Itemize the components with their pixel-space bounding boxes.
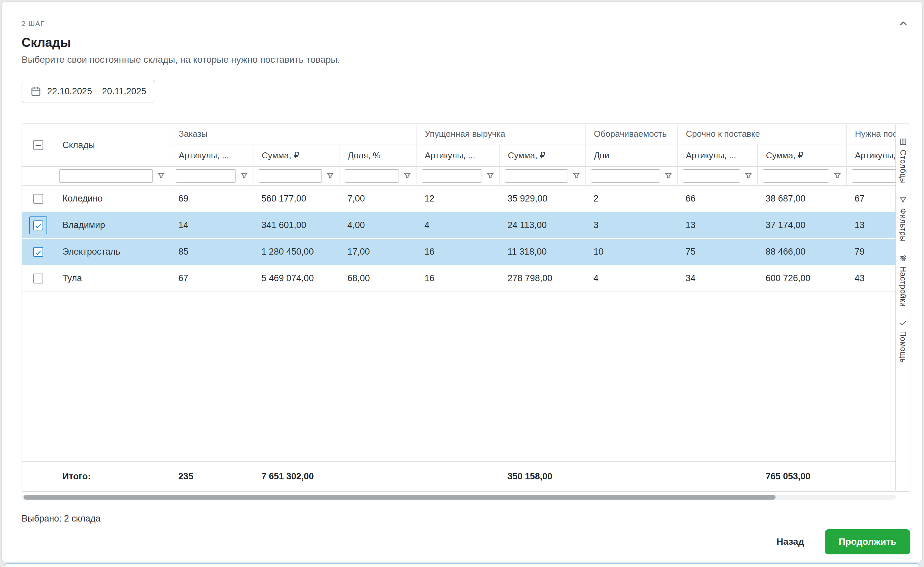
table-row[interactable]: Владимир14341 601,004,00424 113,0031337 …: [22, 212, 895, 238]
cell-value: 5 469 074,00: [253, 265, 339, 291]
indeterminate-mark: [36, 145, 41, 146]
cell-value: 341 601,00: [253, 212, 339, 238]
filter-icon: [899, 196, 907, 204]
filter-input[interactable]: [59, 169, 153, 183]
totals-value: 350 158,00: [499, 462, 585, 491]
filter-input[interactable]: [422, 169, 482, 183]
column-header[interactable]: Сумма, ₽: [499, 144, 585, 166]
horizontal-scrollbar[interactable]: [22, 495, 896, 500]
warehouses-column-header[interactable]: Склады: [54, 124, 170, 166]
cell-value: 13: [677, 212, 757, 238]
cell-value: 24 113,00: [499, 212, 585, 238]
side-tab-filters[interactable]: Фильтры: [896, 190, 910, 248]
side-tab-label: Столбцы: [898, 150, 908, 184]
filter-input[interactable]: [345, 169, 399, 183]
column-header[interactable]: Артикулы, ...: [677, 144, 757, 166]
table-row[interactable]: Электросталь851 280 450,0017,001611 318,…: [22, 238, 895, 265]
collapse-panel-button[interactable]: [898, 18, 910, 30]
date-range-picker[interactable]: 22.10.2025 – 20.11.2025: [22, 80, 155, 103]
column-header[interactable]: Артикулы, ...: [416, 144, 499, 166]
side-tab-label: Настройки: [898, 266, 908, 307]
next-step-panel-edge: [5, 563, 919, 567]
side-tab-label: Помощь: [898, 331, 908, 363]
filter-cell: [253, 166, 339, 185]
totals-value: 765 053,00: [757, 462, 846, 491]
warehouse-name: Тула: [54, 265, 170, 291]
step-panel: 2 ШАГ Склады Выберите свои постоянные ск…: [2, 2, 922, 562]
cell-value: 14: [170, 212, 253, 238]
cell-value: 12: [416, 186, 499, 212]
totals-empty-cell: [22, 462, 54, 491]
row-checkbox-cell: [22, 212, 54, 238]
column-header[interactable]: Артикулы, ...: [846, 144, 895, 166]
filter-input[interactable]: [259, 169, 322, 183]
cell-value: 85: [170, 238, 253, 265]
totals-value: [846, 462, 895, 491]
select-all-cell: [22, 124, 54, 166]
filter-cell: [499, 166, 585, 185]
step-label: 2 ШАГ: [22, 20, 45, 27]
column-header[interactable]: Сумма, ₽: [253, 144, 339, 166]
column-header[interactable]: Сумма, ₽: [757, 144, 846, 166]
filter-funnel-icon[interactable]: [157, 172, 165, 180]
select-all-checkbox[interactable]: [33, 140, 43, 150]
column-group-header: Нужна пост: [846, 124, 895, 144]
row-checkbox-cell: [22, 238, 54, 265]
filter-cell: [585, 166, 677, 185]
row-checkbox[interactable]: [33, 247, 43, 257]
filter-cell: [54, 166, 170, 185]
cell-value: 560 177,00: [253, 186, 339, 212]
column-header[interactable]: Доля, %: [339, 144, 416, 166]
filter-funnel-icon[interactable]: [326, 172, 335, 180]
page-title: Склады: [22, 36, 910, 50]
filter-input[interactable]: [852, 169, 895, 183]
cell-value: 68,00: [339, 265, 416, 291]
grid-side-panel: СтолбцыФильтрыНастройкиПомощь: [896, 123, 910, 492]
filter-funnel-icon[interactable]: [403, 172, 412, 180]
filter-input[interactable]: [683, 169, 740, 183]
warehouse-name: Владимир: [54, 212, 170, 238]
filter-funnel-icon[interactable]: [744, 172, 753, 180]
table-body: Коледино69560 177,007,001235 929,0026638…: [22, 186, 895, 292]
table-row[interactable]: Коледино69560 177,007,001235 929,0026638…: [22, 186, 895, 212]
cell-value: 43: [846, 265, 895, 291]
chevron-up-icon: [898, 19, 910, 28]
totals-value: 235: [170, 462, 253, 491]
help-icon: [899, 319, 907, 327]
row-checkbox[interactable]: [33, 194, 43, 204]
cell-value: 4: [585, 265, 677, 291]
side-tab-columns[interactable]: Столбцы: [896, 132, 910, 190]
back-button[interactable]: Назад: [775, 533, 806, 550]
side-tab-settings[interactable]: Настройки: [896, 248, 910, 313]
column-header[interactable]: Дни: [585, 144, 677, 166]
cell-value: 88 466,00: [757, 238, 846, 265]
column-header[interactable]: Артикулы, ...: [170, 144, 253, 166]
filter-input[interactable]: [591, 169, 660, 183]
filter-funnel-icon[interactable]: [486, 172, 494, 180]
cell-value: 16: [416, 265, 499, 291]
cell-value: 37 174,00: [757, 212, 846, 238]
totals-value: 7 651 302,00: [253, 462, 339, 491]
cell-value: 278 798,00: [499, 265, 585, 291]
filter-funnel-icon[interactable]: [833, 172, 841, 180]
continue-button[interactable]: Продолжить: [825, 529, 910, 554]
totals-value: [585, 462, 677, 491]
row-checkbox[interactable]: [33, 273, 43, 284]
table-row[interactable]: Тула675 469 074,0068,0016278 798,0043460…: [22, 265, 895, 292]
side-tab-help[interactable]: Помощь: [896, 313, 910, 369]
filter-input[interactable]: [176, 169, 236, 183]
cell-value: 67: [846, 186, 895, 212]
scrollbar-thumb[interactable]: [24, 495, 775, 500]
filter-cell: [170, 166, 253, 185]
cell-value: 11 318,00: [499, 238, 585, 265]
filter-input[interactable]: [505, 169, 568, 183]
filter-input[interactable]: [763, 169, 829, 183]
cell-value: 3: [585, 212, 677, 238]
side-tab-label: Фильтры: [898, 208, 908, 242]
calendar-icon: [30, 86, 41, 97]
filter-funnel-icon[interactable]: [240, 172, 248, 180]
filter-funnel-icon[interactable]: [572, 172, 581, 180]
table-empty-area: [22, 292, 895, 461]
filter-funnel-icon[interactable]: [664, 172, 673, 180]
column-group-header: Упущенная выручка: [416, 124, 585, 144]
